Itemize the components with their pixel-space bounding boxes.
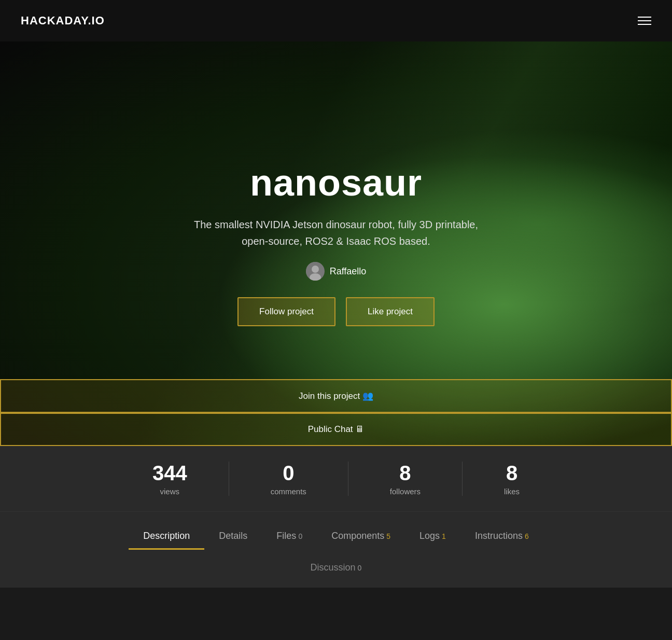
tab-components-label: Components — [331, 531, 384, 541]
chat-label: Public Chat — [308, 424, 353, 434]
tab-discussion-count: 0 — [358, 564, 362, 572]
menu-icon-line2 — [638, 20, 651, 21]
tab-instructions[interactable]: Instructions6 — [460, 522, 543, 550]
tab-description-label: Description — [143, 531, 190, 541]
stats-bar: 344 views 0 comments 8 followers 8 likes — [0, 446, 672, 511]
join-project-label: Join this project — [299, 391, 360, 401]
navbar: HACKADAY.IO — [0, 0, 672, 41]
svg-point-1 — [312, 266, 319, 273]
followers-count: 8 — [399, 462, 411, 485]
tabs-row-2: Discussion0 — [0, 550, 672, 588]
comments-label: comments — [271, 487, 306, 496]
tab-logs-count: 1 — [442, 532, 446, 540]
tab-discussion[interactable]: Discussion0 — [300, 558, 372, 577]
views-count: 344 — [152, 462, 187, 485]
views-label: views — [160, 487, 180, 496]
avatar-image — [306, 262, 325, 281]
menu-icon-line3 — [638, 24, 651, 25]
tab-logs-label: Logs — [419, 531, 440, 541]
project-description: The smallest NVIDIA Jetson dinosaur robo… — [186, 216, 486, 249]
likes-count: 8 — [506, 462, 517, 485]
tabs-row: Description Details Files0 Components5 L… — [0, 522, 672, 550]
public-chat-button[interactable]: Public Chat 🖥 — [0, 413, 672, 446]
chat-icon: 🖥 — [355, 424, 364, 434]
tab-details[interactable]: Details — [204, 522, 262, 550]
like-project-button[interactable]: Like project — [346, 297, 435, 326]
avatar — [306, 262, 325, 281]
tab-components[interactable]: Components5 — [317, 522, 405, 550]
stat-likes: 8 likes — [463, 462, 561, 496]
tab-files-count: 0 — [298, 532, 302, 540]
hero-action-buttons: Follow project Like project — [237, 297, 435, 326]
stat-comments: 0 comments — [229, 462, 348, 496]
menu-button[interactable] — [638, 17, 651, 25]
tab-description[interactable]: Description — [129, 522, 204, 550]
tab-instructions-count: 6 — [525, 532, 529, 540]
tab-files-label: Files — [276, 531, 296, 541]
stat-views: 344 views — [111, 462, 229, 496]
hero-content: nanosaur The smallest NVIDIA Jetson dino… — [165, 161, 507, 326]
hero-section: nanosaur The smallest NVIDIA Jetson dino… — [0, 41, 672, 446]
author-row: Raffaello — [306, 262, 367, 281]
join-icon: 👥 — [362, 391, 373, 401]
tab-files[interactable]: Files0 — [262, 522, 317, 550]
follow-project-button[interactable]: Follow project — [237, 297, 335, 326]
menu-icon-line1 — [638, 17, 651, 18]
hero-full-buttons: Join this project 👥 Public Chat 🖥 — [0, 379, 672, 446]
project-title: nanosaur — [250, 161, 422, 204]
tab-discussion-label: Discussion — [311, 562, 356, 573]
author-name[interactable]: Raffaello — [330, 266, 367, 277]
tab-details-label: Details — [219, 531, 247, 541]
join-project-button[interactable]: Join this project 👥 — [0, 379, 672, 413]
likes-label: likes — [504, 487, 520, 496]
tab-logs[interactable]: Logs1 — [405, 522, 460, 550]
tab-components-count: 5 — [386, 532, 390, 540]
stat-followers: 8 followers — [348, 462, 463, 496]
comments-count: 0 — [283, 462, 294, 485]
followers-label: followers — [390, 487, 421, 496]
tabs-section: Description Details Files0 Components5 L… — [0, 511, 672, 588]
site-logo[interactable]: HACKADAY.IO — [21, 14, 105, 27]
tab-instructions-label: Instructions — [475, 531, 523, 541]
